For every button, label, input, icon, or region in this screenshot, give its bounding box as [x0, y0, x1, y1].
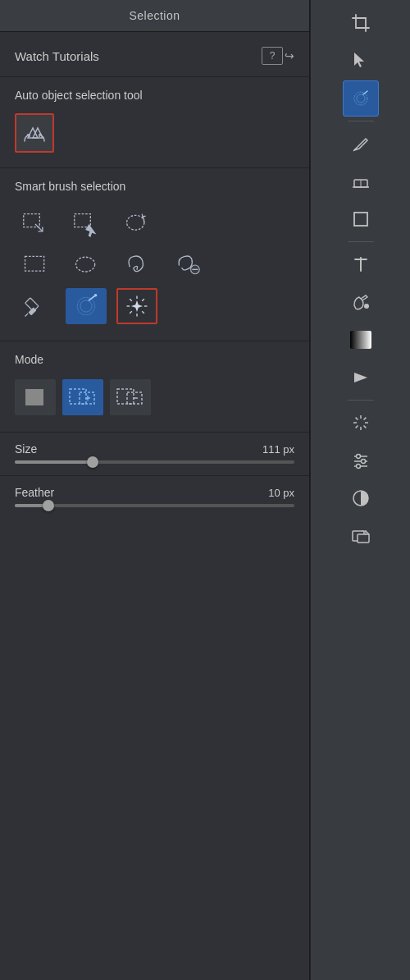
- pencil-icon: [22, 293, 48, 319]
- sidebar-auto-select-tool[interactable]: [343, 80, 379, 117]
- main-panel: Selection Watch Tutorials ? ↪ Auto objec…: [0, 0, 310, 980]
- svg-marker-25: [131, 300, 143, 312]
- lasso-rotate-tool[interactable]: [116, 206, 157, 242]
- rect-marquee-cursor-tool[interactable]: [66, 206, 107, 242]
- sidebar-circle-half-tool[interactable]: [343, 480, 379, 516]
- svg-marker-34: [354, 53, 364, 67]
- svg-rect-63: [358, 534, 369, 543]
- sidebar-paint-bucket-tool[interactable]: [343, 284, 379, 320]
- feather-slider-thumb[interactable]: [43, 500, 54, 511]
- lasso-minus-icon: [175, 252, 201, 278]
- auto-object-tool-icon: [21, 120, 48, 146]
- sidebar-crop-tool[interactable]: [343, 5, 379, 41]
- feather-section: Feather 10 px: [0, 476, 309, 519]
- svg-line-52: [363, 426, 366, 428]
- svg-rect-12: [25, 298, 39, 311]
- svg-point-14: [80, 300, 92, 312]
- feather-label: Feather: [15, 486, 54, 499]
- watch-tutorials-label: Watch Tutorials: [15, 49, 99, 63]
- sidebar-sep-2: [348, 241, 374, 242]
- magic-wand-icon: [124, 293, 150, 319]
- auto-object-tool-box[interactable]: [15, 113, 54, 153]
- feather-slider-track[interactable]: [15, 504, 294, 507]
- svg-marker-4: [85, 224, 96, 237]
- svg-point-45: [364, 304, 369, 309]
- sidebar-transform-tool[interactable]: [343, 518, 379, 554]
- sidebar-expand-button[interactable]: [343, 359, 379, 396]
- svg-rect-27: [70, 389, 86, 404]
- sidebar-eraser-tool[interactable]: [343, 163, 379, 199]
- lasso-minus-tool[interactable]: [167, 247, 208, 283]
- svg-rect-42: [354, 213, 367, 226]
- auto-object-title: Auto object selection tool: [0, 77, 309, 110]
- mode-section: Mode: [0, 341, 309, 433]
- smart-brush-tools-grid: [0, 201, 309, 329]
- sidebar-gradient-icon: [350, 331, 371, 349]
- svg-line-11: [25, 314, 29, 317]
- watch-tutorials-row: Watch Tutorials ? ↪: [0, 32, 309, 77]
- svg-point-60: [356, 465, 360, 469]
- svg-point-16: [94, 294, 98, 297]
- sidebar-sep-1: [348, 121, 374, 121]
- empty-cell-2: [167, 288, 208, 324]
- svg-point-56: [356, 455, 360, 459]
- ellipse-marquee-icon: [73, 252, 99, 278]
- sidebar-sliders-icon: [351, 451, 371, 470]
- sidebar-text-tool[interactable]: [343, 246, 379, 282]
- crop-icon: [351, 13, 371, 33]
- sidebar-sparkle-tool[interactable]: [343, 405, 379, 441]
- size-slider-fill: [15, 460, 93, 464]
- sidebar-pencil-icon: [351, 134, 371, 153]
- smart-brush-section: Smart brush selection: [0, 168, 309, 341]
- size-slider-thumb[interactable]: [87, 456, 98, 468]
- mode-subtract-icon: [116, 386, 145, 409]
- size-slider-track[interactable]: [15, 460, 294, 464]
- sidebar-pencil-tool[interactable]: [343, 126, 379, 162]
- sidebar-auto-select-icon: [351, 89, 371, 108]
- mode-subtract[interactable]: [110, 379, 151, 415]
- mode-add[interactable]: [62, 379, 103, 415]
- arrow-select-icon: [351, 51, 371, 71]
- svg-point-36: [357, 94, 365, 103]
- auto-object-section: Auto object selection tool: [0, 77, 309, 168]
- sidebar-rect-icon: [351, 209, 371, 229]
- size-label: Size: [15, 442, 37, 456]
- brush-tool-active[interactable]: [66, 288, 107, 324]
- svg-rect-31: [117, 389, 134, 404]
- size-value: 111 px: [262, 443, 294, 456]
- mode-add-icon: [68, 386, 98, 409]
- question-icon: ?: [262, 47, 283, 65]
- sidebar-paint-bucket-icon: [351, 292, 371, 312]
- size-row: Size 111 px: [15, 442, 294, 456]
- svg-rect-3: [75, 214, 91, 227]
- sidebar-transform-icon: [351, 526, 371, 546]
- lasso-tool[interactable]: [116, 247, 157, 283]
- sidebar-rect-select-tool[interactable]: [343, 201, 379, 237]
- sidebar-text-icon: [351, 254, 371, 274]
- svg-line-22: [142, 311, 144, 314]
- panel-title: Selection: [129, 9, 180, 22]
- smart-brush-title: Smart brush selection: [0, 168, 309, 201]
- sidebar-gradient-tool[interactable]: [343, 322, 379, 358]
- sidebar-arrow-tool[interactable]: [343, 43, 379, 79]
- rect-marquee-tool[interactable]: [15, 247, 56, 283]
- svg-rect-6: [25, 256, 44, 271]
- svg-line-24: [130, 311, 132, 314]
- svg-line-23: [142, 299, 144, 301]
- sidebar-adjustments-tool[interactable]: [343, 442, 379, 479]
- mode-icons: [0, 374, 309, 420]
- svg-marker-1: [33, 128, 43, 138]
- tutorial-button[interactable]: ? ↪: [262, 47, 294, 65]
- lasso-icon: [124, 252, 150, 278]
- pencil-tool[interactable]: [15, 288, 56, 324]
- rect-marquee-icon: [22, 252, 48, 278]
- tutorial-arrow-icon: ↪: [285, 49, 294, 62]
- sidebar-sep-3: [348, 400, 374, 401]
- brush-tool-icon: [73, 293, 99, 319]
- mode-title: Mode: [0, 341, 309, 374]
- rect-marquee-arrow-tool[interactable]: [15, 206, 56, 242]
- svg-line-54: [355, 426, 358, 428]
- magic-wand-tool[interactable]: [116, 288, 157, 324]
- ellipse-marquee-tool[interactable]: [66, 247, 107, 283]
- mode-replace[interactable]: [15, 379, 56, 415]
